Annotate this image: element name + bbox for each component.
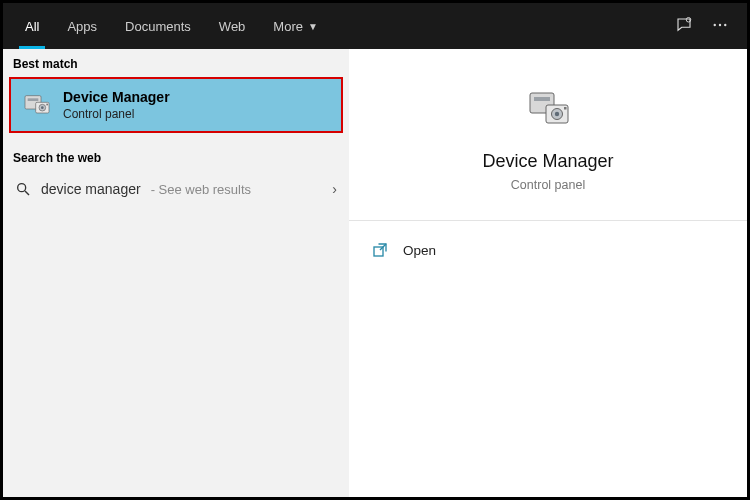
tab-documents[interactable]: Documents <box>111 3 205 49</box>
svg-rect-9 <box>46 104 48 106</box>
search-icon <box>15 181 31 197</box>
tab-apps[interactable]: Apps <box>53 3 111 49</box>
tab-label: All <box>25 19 39 34</box>
svg-point-3 <box>724 23 726 25</box>
tab-label: Apps <box>67 19 97 34</box>
action-label: Open <box>403 243 436 258</box>
svg-rect-5 <box>28 98 39 101</box>
preview-header: Device Manager Control panel <box>349 49 747 214</box>
web-result[interactable]: device manager - See web results › <box>3 171 349 207</box>
svg-point-10 <box>18 184 26 192</box>
device-manager-icon <box>524 85 572 133</box>
ellipsis-icon[interactable] <box>711 16 729 37</box>
svg-point-16 <box>555 112 559 116</box>
svg-rect-17 <box>564 107 567 110</box>
svg-rect-13 <box>534 97 550 101</box>
content: Best match Device Manager Control panel <box>3 49 747 497</box>
device-manager-icon <box>21 89 53 121</box>
topbar-right <box>675 16 739 37</box>
best-match-result[interactable]: Device Manager Control panel <box>9 77 343 133</box>
tab-all[interactable]: All <box>11 3 53 49</box>
tabs: All Apps Documents Web More▼ <box>11 3 332 49</box>
preview-pane: Device Manager Control panel Open <box>349 49 747 497</box>
preview-title: Device Manager <box>482 151 613 172</box>
svg-line-11 <box>25 191 29 195</box>
web-query: device manager <box>41 181 141 197</box>
tab-web[interactable]: Web <box>205 3 260 49</box>
svg-point-1 <box>714 23 716 25</box>
tab-label: Documents <box>125 19 191 34</box>
actions: Open <box>349 221 747 279</box>
chevron-right-icon: › <box>332 181 337 197</box>
feedback-icon[interactable] <box>675 16 693 37</box>
preview-subtitle: Control panel <box>511 178 585 192</box>
tab-label: Web <box>219 19 246 34</box>
tab-more[interactable]: More▼ <box>259 3 332 49</box>
scope-tab-bar: All Apps Documents Web More▼ <box>3 3 747 49</box>
result-title: Device Manager <box>63 89 170 105</box>
search-window: All Apps Documents Web More▼ Best match <box>0 0 750 500</box>
result-subtitle: Control panel <box>63 107 170 121</box>
best-match-text: Device Manager Control panel <box>63 89 170 121</box>
open-icon <box>371 241 389 259</box>
tab-label: More <box>273 19 303 34</box>
best-match-label: Best match <box>3 49 349 77</box>
open-action[interactable]: Open <box>349 231 747 269</box>
search-web-label: Search the web <box>3 143 349 171</box>
svg-point-8 <box>41 106 44 109</box>
chevron-down-icon: ▼ <box>308 21 318 32</box>
results-pane: Best match Device Manager Control panel <box>3 49 349 497</box>
svg-point-2 <box>719 23 721 25</box>
web-hint: - See web results <box>151 182 251 197</box>
